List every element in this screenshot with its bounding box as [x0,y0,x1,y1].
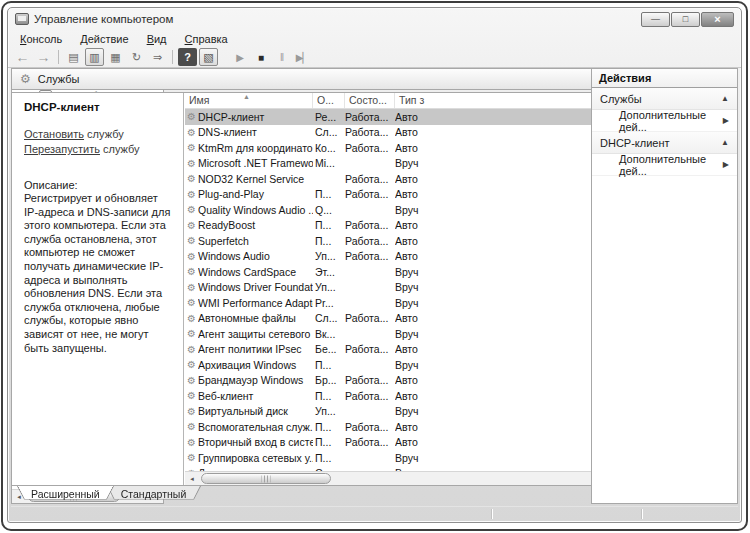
actions-item-more-actions[interactable]: Дополнительные дей...▶ [592,154,737,176]
service-status: Работа... [345,343,395,355]
service-icon: ⚙ [185,390,198,401]
list-scroll-thumb[interactable] [201,473,331,484]
service-icon: ⚙ [185,204,198,215]
stop-link-suffix: службу [84,128,124,140]
toolbar: ←→▤▥▦↻⇒?▧▶■‖▶▏ [8,47,741,68]
show-console-tree-icon[interactable]: ▥ [85,48,104,66]
view-tab-расширенный[interactable]: Расширенный [17,486,114,502]
service-description: Ре... [313,111,345,123]
close-button[interactable]: × [701,12,734,27]
save-console-icon[interactable]: ▦ [106,48,125,66]
service-icon: ⚙ [185,297,198,308]
column-header-2[interactable]: Состо... [345,93,395,108]
service-description: П... [313,359,345,371]
actions-item-more-actions[interactable]: Дополнительные дей...▶ [592,110,737,132]
service-status: Работа... [345,235,395,247]
start-service-icon[interactable]: ▶ [230,48,249,66]
sort-ascending-icon: ▲ [243,93,250,100]
title-bar[interactable]: Управление компьютером —□× [8,8,741,30]
actions-section-службы[interactable]: Службы▲ [592,88,737,110]
service-status: Работа... [345,111,395,123]
export-list-icon[interactable]: ⇒ [148,48,167,66]
service-status: Работа... [345,421,395,433]
console-workspace: Управление компьютером (л◢Служебные прог… [11,68,738,504]
service-icon: ⚙ [185,313,198,324]
service-name: KtmRm для координато... [198,142,313,154]
description-label: Описание: [24,179,173,191]
service-description: Эт... [313,266,345,278]
menu-справка[interactable]: Справка [176,32,237,46]
service-description: П... [313,219,345,231]
service-description: Q... [313,204,345,216]
collapse-icon[interactable]: ▲ [721,94,729,103]
service-name: Windows Driver Foundat... [198,281,313,293]
view-tab-label: Расширенный [31,488,100,500]
actions-item-label: Дополнительные дей... [619,153,723,177]
menu-вид[interactable]: Вид [138,32,176,46]
service-description: П... [313,235,345,247]
refresh-icon[interactable]: ↻ [127,48,146,66]
stop-service-icon[interactable]: ■ [251,48,270,66]
service-name: DHCP-клиент [198,111,313,123]
service-icon: ⚙ [185,142,198,153]
stop-service-link[interactable]: Остановить [24,128,84,140]
selected-service-name: DHCP-клиент [24,101,173,113]
service-icon: ⚙ [185,406,198,417]
collapse-icon[interactable]: ▲ [721,138,729,147]
view-tab-стандартный[interactable]: Стандартный [107,486,201,502]
menu-консоль[interactable]: Консоль [11,32,71,46]
restart-service-link[interactable]: Перезапустить [24,143,100,155]
actions-section-dhcp-клиент[interactable]: DHCP-клиент▲ [592,132,737,154]
actions-item-label: Дополнительные дей... [619,109,723,133]
service-description: Сл... [313,126,345,138]
actions-pane-title: Действия [592,69,737,88]
service-icon: ⚙ [185,359,198,370]
service-name: ReadyBoost [198,219,313,231]
back-icon[interactable]: ← [13,48,32,66]
status-bar-separator [491,509,492,519]
service-icon: ⚙ [185,282,198,293]
actions-pane: Действия Службы▲Дополнительные дей...▶DH… [591,68,738,504]
service-description: Mi... [313,157,345,169]
properties-icon[interactable]: ▤ [64,48,83,66]
service-description: П... [313,452,345,464]
service-icon: ⚙ [185,220,198,231]
service-name: Брандмауэр Windows [198,374,313,386]
forward-icon[interactable]: → [34,48,53,66]
show-action-pane-icon[interactable]: ▧ [199,48,218,66]
actions-section-label: Службы [600,93,642,105]
service-name: Автономные файлы [198,312,313,324]
service-icon: ⚙ [185,266,198,277]
service-action-links: Остановить службу Перезапустить службу [24,127,173,157]
service-name: Windows CardSpace [198,266,313,278]
figure-frame: Управление компьютером —□× КонсольДейств… [1,1,748,531]
view-tab-label: Стандартный [121,488,187,500]
pause-service-icon[interactable]: ‖ [272,48,291,66]
submenu-arrow-icon: ▶ [723,160,729,169]
restart-service-icon[interactable]: ▶▏ [293,48,312,66]
window-title: Управление компьютером [34,13,173,25]
toolbar-separator [58,50,59,64]
scroll-left-icon[interactable]: ◂ [185,472,199,486]
help-icon[interactable]: ? [178,48,197,66]
maximize-button[interactable]: □ [671,12,700,27]
minimize-button[interactable]: — [641,12,670,27]
results-header-label: Службы [38,73,80,85]
menu-bar: КонсольДействиеВидСправка [8,30,741,47]
status-bar [11,506,738,520]
service-description: Вк... [313,328,345,340]
service-status: Работа... [345,219,395,231]
service-icon: ⚙ [185,437,198,448]
menu-действие[interactable]: Действие [71,32,137,46]
service-description: Уп... [313,405,345,417]
actions-list: Службы▲Дополнительные дей...▶DHCP-клиент… [592,88,737,176]
service-description: Pr... [313,297,345,309]
service-name: Группировка сетевых у... [198,452,313,464]
service-status: Работа... [345,390,395,402]
service-description: Сл... [313,312,345,324]
column-header-1[interactable]: О... [313,93,345,108]
service-description-pane: DHCP-клиент Остановить службу Перезапуст… [12,93,184,485]
computer-management-window: Управление компьютером —□× КонсольДейств… [7,7,742,523]
service-icon: ⚙ [185,452,198,463]
service-icon: ⚙ [185,375,198,386]
